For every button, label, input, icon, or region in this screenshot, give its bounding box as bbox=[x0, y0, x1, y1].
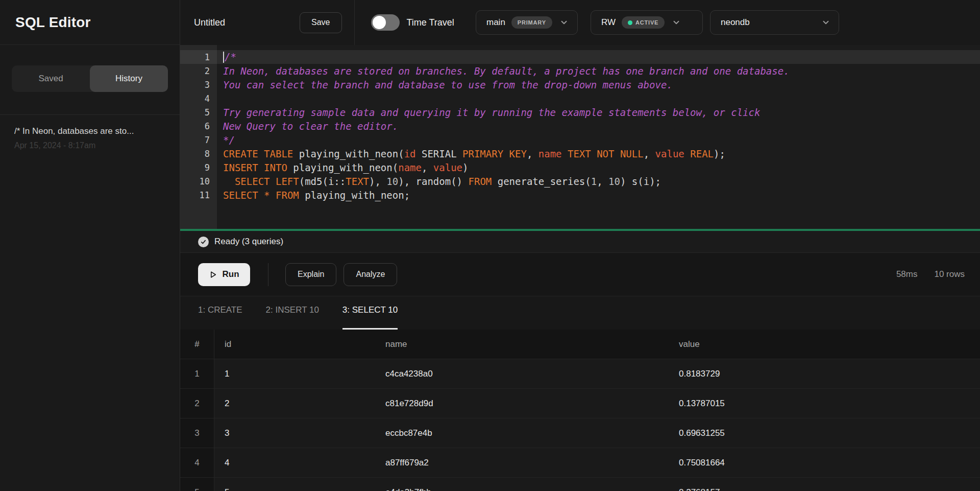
table-cell: eccbc87e4b bbox=[375, 418, 669, 448]
code-line: 4 bbox=[180, 91, 980, 105]
chevron-down-icon bbox=[821, 18, 830, 27]
table-cell: 0.8183729 bbox=[669, 359, 980, 388]
time-travel-label: Time Travel bbox=[407, 17, 454, 28]
table-cell: 2 bbox=[214, 389, 375, 418]
table-cell: 3 bbox=[180, 418, 214, 448]
sidebar-tabs-section: SavedHistory bbox=[0, 45, 180, 115]
table-row: 22c81e728d9d0.13787015 bbox=[180, 389, 980, 418]
toggle-knob-icon bbox=[373, 16, 386, 29]
sidebar: SQL Editor SavedHistory /* In Neon, data… bbox=[0, 0, 180, 491]
code-line: 6New Query to clear the editor. bbox=[180, 119, 980, 133]
code-text: You can select the branch and database t… bbox=[217, 79, 673, 90]
check-circle-icon bbox=[198, 237, 209, 247]
text-cursor bbox=[223, 52, 224, 63]
sidebar-tab-saved[interactable]: Saved bbox=[12, 65, 90, 92]
table-cell: 4 bbox=[214, 448, 375, 477]
save-button[interactable]: Save bbox=[300, 12, 341, 33]
play-icon bbox=[209, 270, 217, 279]
table-cell: 5 bbox=[180, 478, 214, 491]
line-number: 3 bbox=[180, 80, 217, 90]
table-cell: 3 bbox=[214, 418, 375, 448]
table-cell: c81e728d9d bbox=[375, 389, 669, 418]
topbar-divider bbox=[354, 0, 355, 45]
table-row: 33eccbc87e4b0.69631255 bbox=[180, 418, 980, 448]
explain-button[interactable]: Explain bbox=[285, 263, 336, 286]
line-number: 5 bbox=[180, 107, 217, 118]
code-text: Try generating sample data and querying … bbox=[217, 107, 760, 118]
table-cell: 4 bbox=[180, 448, 214, 477]
compute-status-label: ACTIVE bbox=[635, 19, 658, 26]
status-text: Ready (3 queries) bbox=[214, 237, 283, 247]
table-row: 55e4da3b7fbb0.2768157 bbox=[180, 478, 980, 491]
sql-code-editor[interactable]: 1/*2In Neon, databases are stored on bra… bbox=[180, 45, 980, 229]
code-line: 1/* bbox=[180, 50, 980, 64]
results-table: #idnamevalue11c4ca4238a00.818372922c81e7… bbox=[180, 330, 980, 491]
run-button[interactable]: Run bbox=[198, 263, 250, 286]
code-text: In Neon, databases are stored on branche… bbox=[217, 65, 790, 77]
line-number: 1 bbox=[180, 52, 217, 62]
line-number: 4 bbox=[180, 93, 217, 104]
query-title: Untitled bbox=[194, 17, 225, 28]
history-item[interactable]: /* In Neon, databases are sto...Apr 15, … bbox=[14, 126, 165, 150]
main-panel: Untitled Save Time Travel main PRIMARY R… bbox=[180, 0, 980, 491]
line-number: 2 bbox=[180, 66, 217, 76]
run-button-label: Run bbox=[222, 269, 239, 279]
chevron-down-icon bbox=[672, 18, 681, 27]
table-cell: 5 bbox=[214, 478, 375, 491]
query-duration: 58ms bbox=[896, 269, 918, 279]
branch-select[interactable]: main PRIMARY bbox=[476, 10, 578, 35]
table-row: 44a87ff679a20.75081664 bbox=[180, 448, 980, 478]
column-header-name: name bbox=[375, 330, 669, 359]
time-travel-toggle[interactable] bbox=[371, 14, 400, 31]
table-cell: 0.75081664 bbox=[669, 448, 980, 477]
code-line: 8CREATE TABLE playing_with_neon(id SERIA… bbox=[180, 147, 980, 160]
branch-primary-badge: PRIMARY bbox=[511, 16, 552, 29]
analyze-button[interactable]: Analyze bbox=[344, 263, 397, 286]
topbar: Untitled Save Time Travel main PRIMARY R… bbox=[180, 0, 980, 45]
code-line: 9INSERT INTO playing_with_neon(name, val… bbox=[180, 160, 980, 174]
result-tabs: 1: CREATE2: INSERT 103: SELECT 10 bbox=[180, 296, 980, 330]
table-cell: 1 bbox=[180, 359, 214, 388]
code-text: SELECT * FROM playing_with_neon; bbox=[217, 190, 410, 201]
table-cell: e4da3b7fbb bbox=[375, 478, 669, 491]
sql-editor-app: SQL Editor SavedHistory /* In Neon, data… bbox=[0, 0, 980, 491]
line-number: 9 bbox=[180, 162, 217, 173]
table-cell: 0.2768157 bbox=[669, 478, 980, 491]
result-tab-1-create[interactable]: 1: CREATE bbox=[198, 296, 242, 330]
history-list: /* In Neon, databases are sto...Apr 15, … bbox=[0, 115, 180, 161]
code-line: 3You can select the branch and database … bbox=[180, 78, 980, 91]
branch-name: main bbox=[486, 17, 505, 28]
line-number: 7 bbox=[180, 135, 217, 145]
code-line: 11SELECT * FROM playing_with_neon; bbox=[180, 188, 980, 202]
table-cell: c4ca4238a0 bbox=[375, 359, 669, 388]
code-line: 5Try generating sample data and querying… bbox=[180, 105, 980, 119]
active-status-dot-icon bbox=[628, 20, 632, 25]
result-tab-3-select-10[interactable]: 3: SELECT 10 bbox=[342, 296, 398, 330]
compute-select[interactable]: RW ACTIVE bbox=[591, 10, 703, 35]
code-text: /* bbox=[217, 51, 236, 63]
code-line: 7*/ bbox=[180, 133, 980, 147]
code-line: 10 SELECT LEFT(md5(i::TEXT), 10), random… bbox=[180, 174, 980, 188]
table-cell: 2 bbox=[180, 389, 214, 418]
sidebar-header: SQL Editor bbox=[0, 0, 180, 45]
query-metrics: 58ms 10 rows bbox=[896, 269, 965, 279]
column-header-id: id bbox=[214, 330, 375, 359]
line-number: 11 bbox=[180, 190, 217, 200]
code-text: INSERT INTO playing_with_neon(name, valu… bbox=[217, 162, 469, 173]
result-tab-2-insert-10[interactable]: 2: INSERT 10 bbox=[266, 296, 319, 330]
column-header-value: value bbox=[669, 330, 980, 359]
line-number: 10 bbox=[180, 176, 217, 186]
table-cell: 1 bbox=[214, 359, 375, 388]
code-text: New Query to clear the editor. bbox=[217, 121, 398, 132]
history-date: Apr 15, 2024 - 8:17am bbox=[14, 141, 165, 150]
compute-name: RW bbox=[601, 17, 616, 28]
database-select[interactable]: neondb bbox=[710, 10, 839, 35]
code-text: CREATE TABLE playing_with_neon(id SERIAL… bbox=[217, 148, 725, 159]
table-cell: 0.69631255 bbox=[669, 418, 980, 448]
table-header-row: #idnamevalue bbox=[180, 330, 980, 359]
code-text: SELECT LEFT(md5(i::TEXT), 10), random() … bbox=[217, 176, 661, 187]
table-cell: 0.13787015 bbox=[669, 389, 980, 418]
code-line: 2In Neon, databases are stored on branch… bbox=[180, 64, 980, 78]
sidebar-tab-history[interactable]: History bbox=[90, 65, 168, 92]
actions-bar: Run Explain Analyze 58ms 10 rows bbox=[180, 253, 980, 296]
